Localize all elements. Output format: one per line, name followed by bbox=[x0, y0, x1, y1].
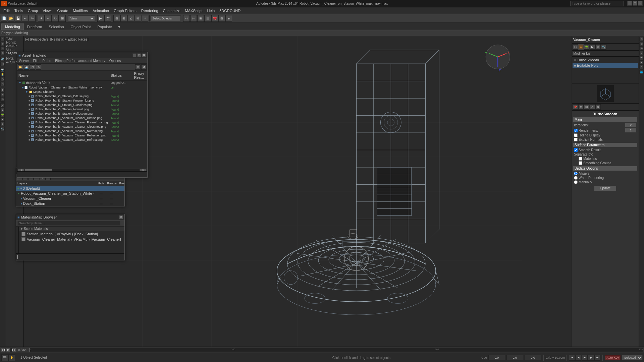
menu-rendering[interactable]: Rendering bbox=[139, 8, 160, 13]
asset-min-btn[interactable]: ─ bbox=[132, 53, 137, 57]
tb-open[interactable]: 📂 bbox=[8, 15, 14, 22]
timeline-track[interactable]: 0 100 200 325 bbox=[30, 348, 643, 352]
update-button[interactable]: Update bbox=[594, 185, 616, 191]
tb-new[interactable]: 📄 bbox=[1, 15, 7, 22]
ts-materials-check[interactable] bbox=[579, 157, 582, 161]
maximize-button[interactable]: □ bbox=[633, 1, 637, 6]
asset-close-btn[interactable]: ✕ bbox=[142, 53, 146, 57]
mat-item-vacuum[interactable]: Vacuum_Cleaner_Material ( VRayMtl ) [Vac… bbox=[19, 237, 124, 242]
ts-iterations-input[interactable] bbox=[625, 123, 637, 127]
rib-xform[interactable]: ✛ bbox=[639, 46, 644, 51]
mtb-remove[interactable]: 🗑 bbox=[595, 104, 601, 110]
mtb-show-result[interactable]: ▤ bbox=[584, 104, 589, 110]
licon-link[interactable]: 🔗 bbox=[0, 57, 5, 61]
at-tb-edit[interactable]: ✎ bbox=[36, 64, 41, 70]
licon-light[interactable]: 💡 bbox=[0, 72, 5, 77]
rib-scene[interactable]: 🌐 bbox=[639, 70, 644, 74]
tb-refcoord[interactable]: View bbox=[68, 15, 95, 21]
licon-move[interactable]: ✛ bbox=[0, 42, 5, 46]
tb-undo[interactable]: ↩ bbox=[22, 15, 29, 22]
at-tb-open[interactable]: 📂 bbox=[18, 64, 23, 70]
anim-next[interactable]: ▶ bbox=[588, 355, 594, 361]
tb-schematic[interactable]: ⊡ bbox=[218, 15, 225, 22]
rib-snap[interactable]: ⊡ bbox=[639, 37, 644, 41]
layer-row-dock[interactable]: ■ Dock_Station — — bbox=[16, 201, 124, 206]
timeline-prev[interactable]: ◀◀ bbox=[1, 348, 5, 352]
tb-snap2[interactable]: ⊠ bbox=[120, 15, 127, 22]
menu-graph-editors[interactable]: Graph Editors bbox=[112, 8, 139, 13]
tab-extra[interactable]: ▼ bbox=[115, 24, 123, 30]
tab-populate[interactable]: Populate bbox=[94, 24, 115, 30]
licon-motion[interactable]: ▶ bbox=[0, 117, 5, 122]
ts-manually-radio[interactable] bbox=[574, 180, 578, 184]
rib-align[interactable]: ≡ bbox=[639, 51, 644, 55]
ts-smoothgroups-check[interactable] bbox=[579, 161, 582, 165]
tb-scale[interactable]: ⊞ bbox=[59, 15, 66, 22]
rib-render[interactable]: ▶ bbox=[639, 60, 644, 65]
at-tb-r1[interactable]: ⊕ bbox=[135, 64, 141, 70]
licon-hierarchy[interactable]: 🌳 bbox=[0, 113, 5, 117]
menu-customize[interactable]: Customize bbox=[161, 8, 182, 13]
rtb-motion[interactable]: ▶ bbox=[590, 44, 595, 50]
menu-tools[interactable]: Tools bbox=[12, 8, 25, 13]
ts-whenrender-radio[interactable] bbox=[574, 176, 578, 180]
asset-menu-options[interactable]: Options bbox=[107, 58, 123, 63]
tb-align[interactable]: ⊳ bbox=[190, 15, 197, 22]
menu-group[interactable]: Group bbox=[26, 8, 40, 13]
rtb-hierarchy[interactable]: 🌳 bbox=[584, 44, 589, 50]
at-tb-r2[interactable]: ↺ bbox=[141, 64, 147, 70]
search-input[interactable] bbox=[570, 1, 624, 6]
licon-select[interactable]: ↖ bbox=[0, 37, 5, 41]
rib-time[interactable]: ⏱ bbox=[639, 65, 644, 69]
tab-selection[interactable]: Selection bbox=[45, 24, 67, 30]
menu-help[interactable]: Help bbox=[205, 8, 217, 13]
tb-select[interactable]: ✦ bbox=[38, 15, 45, 22]
tb-array[interactable]: ⊞ bbox=[197, 15, 204, 22]
tb-anglesnap[interactable]: ∠ bbox=[127, 15, 134, 22]
table-row[interactable]: ▼ 📁 Maps / Shaders bbox=[17, 90, 147, 94]
auto-key-btn[interactable]: Auto Key bbox=[605, 355, 621, 360]
menu-create[interactable]: Create bbox=[55, 8, 70, 13]
ts-always-radio[interactable] bbox=[574, 172, 578, 175]
asset-menu-server[interactable]: Server bbox=[17, 58, 31, 63]
menu-animation[interactable]: Animation bbox=[91, 8, 111, 13]
tab-object-paint[interactable]: Object Paint bbox=[67, 24, 94, 30]
rtb-modify[interactable]: ◈ bbox=[578, 44, 584, 50]
menu-maxscript[interactable]: MAXScript bbox=[183, 8, 205, 13]
licon-paint[interactable]: 🖌 bbox=[0, 103, 5, 108]
layer-row-vacuum[interactable]: ■ Vacuum_Cleaner — — bbox=[16, 196, 124, 201]
anim-play[interactable]: ▶ bbox=[582, 355, 588, 361]
layer-row-robot[interactable]: ▼ Robot_Vacuum_Cleaner_on_Station_White … bbox=[16, 191, 124, 196]
mat-scroll-bar-left[interactable] bbox=[16, 227, 19, 253]
rib-view[interactable]: 👁 bbox=[639, 56, 644, 60]
table-row[interactable]: ■ 🖼 iRobot_Roomba_i3_Vacuum_Cleaner_Norm… bbox=[17, 129, 147, 133]
tb-redo[interactable]: ↪ bbox=[29, 15, 36, 22]
table-row[interactable]: ■ 🖼 iRobot_Roomba_i3_Station_Reflection.… bbox=[17, 112, 147, 116]
mtb-show-end[interactable]: ⊡ bbox=[578, 104, 584, 110]
rtb-display[interactable]: 👁 bbox=[595, 44, 601, 50]
timeline-play[interactable]: ▶ bbox=[6, 348, 11, 352]
table-row[interactable]: ■ 🖼 iRobot_Roomba_i3_Vacuum_Cleaner_Refr… bbox=[17, 138, 147, 142]
licon-scale[interactable]: ⊞ bbox=[0, 51, 5, 55]
tb-move[interactable]: ↔ bbox=[45, 15, 52, 22]
vp-ctrl-key[interactable]: ⌨ bbox=[1, 354, 8, 361]
licon-rotate[interactable]: ↻ bbox=[0, 46, 5, 51]
coord-z[interactable] bbox=[525, 355, 541, 360]
mat-search-input[interactable] bbox=[17, 221, 120, 226]
table-row[interactable]: ■ 🖼 iRobot_Roomba_i3_Station_Glossines.p… bbox=[17, 103, 147, 107]
licon-camera[interactable]: 📷 bbox=[0, 68, 5, 72]
licon-systems[interactable]: ⚙ bbox=[0, 97, 5, 102]
table-row[interactable]: ■ 📄 Robot_Vacuum_Cleaner_on_Station_Whit… bbox=[17, 85, 147, 90]
table-row[interactable]: ■ 🖼 iRobot_Roomba_i3_Vacuum_Cleaner_Diff… bbox=[17, 116, 147, 120]
table-row[interactable]: ■ 🖼 iRobot_Roomba_i3_Station_Fresnel_lor… bbox=[17, 99, 147, 103]
licon-geometry[interactable]: ⬡ bbox=[0, 77, 5, 81]
menu-3dground[interactable]: 3DGROUND bbox=[217, 8, 243, 13]
asset-scrollbar[interactable]: ◀ ▶ bbox=[17, 168, 147, 171]
rtb-utilities[interactable]: 🔧 bbox=[601, 44, 606, 50]
licon-display[interactable]: 👁 bbox=[0, 122, 5, 126]
rib-grid[interactable]: ⊞ bbox=[639, 42, 644, 46]
tb-percentsnap[interactable]: % bbox=[135, 15, 141, 22]
licon-modifier[interactable]: ◈ bbox=[0, 108, 5, 112]
licon-shape[interactable]: ◻ bbox=[0, 82, 5, 86]
close-button[interactable]: ✕ bbox=[638, 1, 643, 6]
